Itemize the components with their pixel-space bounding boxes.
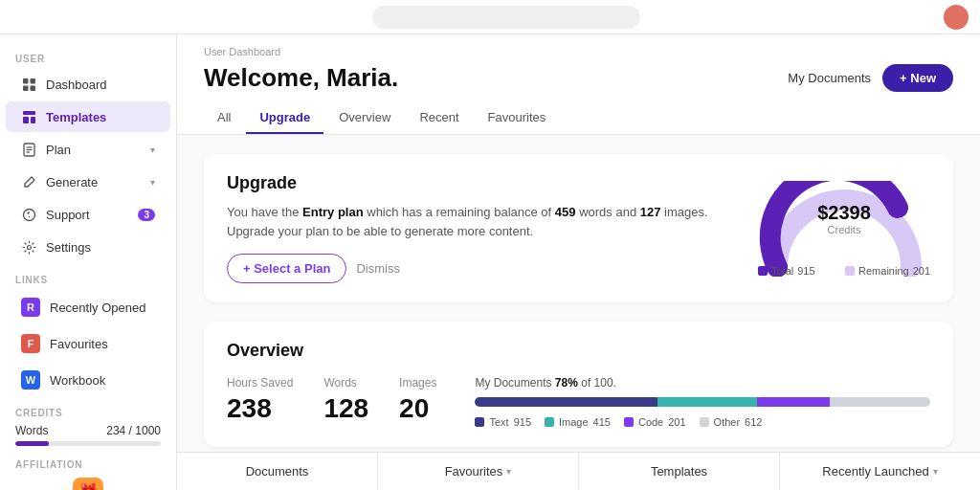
recently-launched-chevron-icon: ▾	[933, 466, 938, 477]
legend-image: Image 415	[545, 416, 611, 428]
credits-value: 234 / 1000	[106, 424, 161, 437]
stat-hours-saved-label: Hours Saved	[227, 376, 293, 390]
favourites-avatar: F	[21, 334, 40, 353]
sidebar-label-support: Support	[46, 208, 90, 222]
svg-rect-2	[23, 85, 29, 91]
tab-recent[interactable]: Recent	[406, 102, 472, 134]
progress-code-segment	[757, 397, 830, 407]
sidebar-item-generate[interactable]: Generate ▾	[6, 167, 170, 197]
credits-label: Credits	[817, 224, 871, 235]
affiliation-section-label: AFFILIATION	[15, 459, 161, 470]
bottom-tab-templates[interactable]: Templates	[579, 453, 780, 490]
my-docs-progress-label: My Documents 78% of 100.	[475, 376, 930, 390]
bottom-tab-bar: Documents Favourites ▾ Templates Recentl…	[177, 452, 980, 490]
search-bar[interactable]	[372, 6, 640, 29]
stat-images-label: Images	[399, 376, 436, 390]
sidebar-item-plan[interactable]: Plan ▾	[6, 134, 170, 165]
main-header: User Dashboard Welcome, Maria. My Docume…	[177, 34, 980, 135]
settings-icon	[21, 239, 36, 255]
progress-image-segment	[657, 397, 758, 407]
stat-images-value: 20	[399, 393, 436, 424]
credits-bar-fill	[15, 441, 49, 446]
upgrade-description: You have the Entry plan which has a rema…	[227, 203, 720, 240]
total-legend-label: Total	[771, 265, 793, 277]
legend-other-dot	[700, 417, 709, 427]
sidebar-item-favourites[interactable]: F Favourites	[6, 326, 170, 361]
progress-other-segment	[830, 397, 930, 407]
sidebar-label-dashboard: Dashboard	[46, 78, 107, 92]
svg-rect-3	[30, 85, 35, 91]
user-avatar[interactable]	[944, 5, 969, 30]
pen-icon	[21, 174, 36, 189]
tab-favourites[interactable]: Favourites	[475, 102, 560, 134]
sidebar-label-favourites: Favourites	[50, 337, 108, 351]
sidebar-item-support[interactable]: Support 3	[6, 199, 170, 230]
svg-point-11	[23, 209, 34, 220]
legend-other-value: 612	[745, 416, 762, 428]
main-content: User Dashboard Welcome, Maria. My Docume…	[177, 34, 980, 490]
svg-rect-5	[23, 117, 29, 123]
sidebar-label-settings: Settings	[46, 240, 91, 255]
svg-rect-6	[31, 117, 35, 123]
layout-icon	[21, 109, 36, 124]
page-title: Welcome, Maria.	[204, 63, 398, 93]
my-docs-progress-bar	[475, 397, 930, 407]
breadcrumb: User Dashboard	[204, 46, 953, 57]
credits-label: Words	[15, 424, 48, 437]
remaining-legend-label: Remaining	[858, 265, 909, 277]
remaining-legend-value: 201	[913, 265, 930, 277]
grid-icon	[21, 77, 36, 92]
main-body: Upgrade You have the Entry plan which ha…	[177, 135, 980, 452]
stat-images: Images 20	[399, 376, 436, 424]
sidebar-item-settings[interactable]: Settings	[6, 232, 170, 262]
plan-icon	[21, 142, 36, 157]
total-legend-value: 915	[797, 265, 814, 277]
sidebar-item-dashboard[interactable]: Dashboard	[6, 69, 170, 100]
upgrade-donut-chart: $2398 Credits Total 915 Remaining 201	[758, 181, 930, 277]
new-button[interactable]: + New	[882, 64, 953, 92]
legend-image-label: Image	[559, 416, 589, 428]
dismiss-button[interactable]: Dismiss	[356, 261, 400, 276]
legend-code-label: Code	[638, 416, 663, 428]
progress-legend: Text 915 Image 415 Code 20	[475, 416, 930, 428]
legend-image-dot	[545, 417, 554, 427]
overview-card: Overview Hours Saved 238 Words 128 Image…	[204, 322, 953, 447]
progress-text-segment	[475, 397, 657, 407]
bottom-tab-recently-launched[interactable]: Recently Launched ▾	[780, 453, 980, 490]
sidebar: USER Dashboard Templates	[0, 34, 177, 490]
sidebar-label-plan: Plan	[46, 143, 71, 157]
my-docs-section: My Documents 78% of 100. Text	[475, 376, 930, 428]
tab-all[interactable]: All	[204, 102, 244, 134]
affiliation-icon: 🎁	[73, 478, 103, 490]
upgrade-card: Upgrade You have the Entry plan which ha…	[204, 154, 953, 302]
sidebar-item-workbook[interactable]: W Workbook	[6, 363, 170, 397]
stat-words-value: 128	[323, 393, 368, 424]
bottom-tab-favourites[interactable]: Favourites ▾	[378, 453, 579, 490]
plan-chevron-icon: ▾	[150, 145, 155, 155]
total-legend-dot	[758, 266, 768, 276]
sidebar-label-generate: Generate	[46, 175, 98, 189]
tab-upgrade[interactable]: Upgrade	[246, 102, 323, 134]
my-documents-button[interactable]: My Documents	[788, 71, 871, 85]
legend-text-dot	[475, 417, 484, 427]
legend-image-value: 415	[593, 416, 611, 428]
top-bar	[0, 0, 980, 34]
sidebar-item-recently-opened[interactable]: R Recently Opened	[6, 290, 170, 324]
tab-bar: All Upgrade Overview Recent Favourites	[204, 102, 953, 134]
tab-overview[interactable]: Overview	[325, 102, 404, 134]
select-plan-button[interactable]: + Select a Plan	[227, 254, 346, 283]
legend-code: Code 201	[624, 416, 686, 428]
user-section-label: USER	[0, 42, 176, 68]
legend-text-value: 915	[514, 416, 531, 428]
sidebar-item-templates[interactable]: Templates	[6, 101, 170, 132]
workbook-avatar: W	[21, 370, 40, 390]
sidebar-label-templates: Templates	[46, 110, 106, 124]
bottom-tab-templates-label: Templates	[651, 464, 707, 479]
bottom-tab-documents[interactable]: Documents	[177, 453, 378, 490]
support-icon	[21, 207, 36, 222]
links-section-label: LINKS	[0, 263, 176, 289]
sidebar-label-workbook: Workbook	[50, 373, 105, 388]
svg-point-12	[28, 215, 29, 216]
bottom-tab-favourites-label: Favourites	[445, 464, 503, 479]
donut-legend: Total 915 Remaining 201	[758, 265, 930, 277]
